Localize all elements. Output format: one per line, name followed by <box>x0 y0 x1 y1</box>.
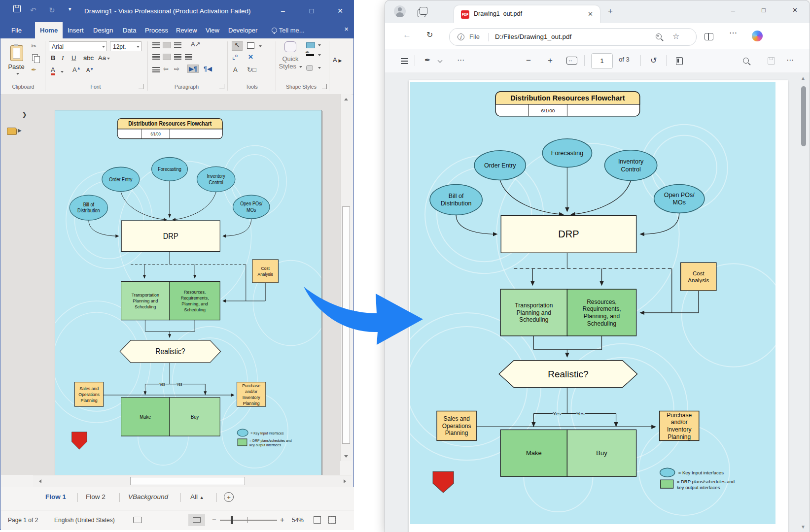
table-of-contents-icon[interactable] <box>401 58 408 64</box>
pdf-scrollbar[interactable]: ▲ ▼ <box>799 73 809 532</box>
format-painter-icon[interactable]: ✒ <box>31 66 36 73</box>
zoom-out-page-icon[interactable] <box>656 33 662 39</box>
save-icon[interactable] <box>768 57 775 65</box>
insert-page-icon[interactable]: + <box>224 492 234 502</box>
pdf-viewer[interactable]: Distribution Resources Flowchart6/1/00Or… <box>385 72 810 532</box>
redo-icon[interactable]: ↻ <box>49 6 55 15</box>
tab-data[interactable]: Data <box>118 22 141 38</box>
flowchart-pdf[interactable]: Distribution Resources Flowchart6/1/00Or… <box>410 82 775 524</box>
shapes-window-icon[interactable] <box>7 128 17 135</box>
chevron-down-icon[interactable] <box>318 44 321 46</box>
pdf-scroll-thumb[interactable] <box>801 86 806 146</box>
page-number-input[interactable]: 1 <box>591 53 613 69</box>
scroll-up-icon[interactable] <box>341 94 352 104</box>
annotation-more-icon[interactable]: ⋯ <box>457 56 465 65</box>
scroll-right-icon[interactable] <box>340 476 350 486</box>
flowchart-visio[interactable]: Distribution Resources Flowchart6/1/00Or… <box>55 110 321 475</box>
tab-view[interactable]: View <box>201 22 224 38</box>
rtl-direction-icon[interactable]: ¶◀ <box>204 65 212 72</box>
zoom-out-icon[interactable]: − <box>212 515 216 524</box>
font-color-button[interactable]: A <box>51 66 55 75</box>
zoom-slider-thumb[interactable] <box>231 516 233 524</box>
change-case-button[interactable]: Aa <box>98 54 110 62</box>
browser-tab-active[interactable]: PDF Drawing1_out.pdf ✕ <box>454 5 600 23</box>
italic-button[interactable]: I <box>62 54 64 62</box>
page-tab-flow2[interactable]: Flow 2 <box>86 493 106 500</box>
shapes-flyout-icon[interactable]: ▶ <box>18 128 22 133</box>
fit-page-icon[interactable] <box>314 516 321 524</box>
rectangle-tool-icon[interactable] <box>247 42 254 49</box>
page-tab-vbackground[interactable]: VBackground <box>128 493 168 500</box>
shape-effects-icon[interactable] <box>306 65 313 71</box>
page-tab-flow1[interactable]: Flow 1 <box>45 493 66 500</box>
align-center-icon[interactable] <box>163 54 171 60</box>
align-bottom-icon[interactable] <box>174 42 181 48</box>
increase-indent-icon[interactable]: ⇨ <box>174 65 179 72</box>
save-icon[interactable] <box>13 5 21 14</box>
rotate-tool-icon[interactable]: ↻□ <box>247 66 256 73</box>
paste-button[interactable]: Paste <box>3 40 29 82</box>
align-middle-icon[interactable] <box>163 42 171 48</box>
chevron-down-icon[interactable] <box>318 54 321 56</box>
font-size-combo[interactable]: 12pt. <box>110 41 141 51</box>
zoom-in-icon[interactable]: + <box>548 56 553 66</box>
align-top-icon[interactable] <box>152 42 160 48</box>
scroll-down-icon[interactable]: ▼ <box>801 524 806 530</box>
draw-options-chevron-icon[interactable] <box>438 58 443 63</box>
back-icon[interactable]: ← <box>403 30 411 40</box>
ribbon-overflow-button[interactable]: A ▶ <box>333 56 342 64</box>
connector-tool-icon[interactable]: ⌞º <box>232 53 238 61</box>
status-page-indicator[interactable]: Page 1 of 2 <box>8 517 38 524</box>
text-rotate-icon[interactable]: A↗ <box>191 40 201 48</box>
zoom-level[interactable]: 54% <box>292 517 304 524</box>
chevron-down-icon[interactable] <box>61 71 64 73</box>
strikethrough-button[interactable]: abc <box>83 54 94 62</box>
new-tab-icon[interactable]: + <box>608 6 613 16</box>
tab-close-icon[interactable]: ✕ <box>588 10 593 18</box>
bullets-icon[interactable] <box>152 67 160 72</box>
tab-process[interactable]: Process <box>140 22 173 38</box>
page-tab-all[interactable]: All ▲ <box>190 493 204 500</box>
presentation-mode-button[interactable] <box>188 514 205 526</box>
scroll-left-icon[interactable] <box>35 476 45 486</box>
horizontal-scrollbar[interactable] <box>33 475 352 487</box>
ltr-direction-icon[interactable]: ▶¶ <box>188 65 198 72</box>
browser-menu-icon[interactable]: ⋯ <box>729 28 738 37</box>
close-button[interactable]: ✕ <box>792 6 798 14</box>
zoom-out-icon[interactable]: − <box>526 56 531 66</box>
underline-button[interactable]: U <box>71 54 76 62</box>
decrease-indent-icon[interactable]: ⇦ <box>163 65 169 72</box>
address-field[interactable]: i File D:/Files/Drawing1_out.pdf ☆ <box>449 28 697 46</box>
justify-icon[interactable] <box>185 54 192 60</box>
copy-icon[interactable] <box>32 54 38 61</box>
macro-recorder-icon[interactable] <box>133 517 142 523</box>
text-tool-button[interactable]: A <box>233 66 238 73</box>
favorite-star-icon[interactable]: ☆ <box>672 32 679 41</box>
zoom-slider-track[interactable] <box>220 520 277 521</box>
search-icon[interactable] <box>743 58 749 64</box>
copilot-icon[interactable] <box>752 31 763 41</box>
ribbon-close-icon[interactable]: ✕ <box>344 26 349 33</box>
chevron-down-icon[interactable] <box>318 67 321 69</box>
tell-me-box[interactable]: Tell me... <box>267 22 310 38</box>
tab-design[interactable]: Design <box>88 22 118 38</box>
vertical-scrollbar[interactable] <box>340 94 352 461</box>
fill-color-icon[interactable] <box>306 42 315 48</box>
align-left-icon[interactable] <box>152 54 160 60</box>
connection-point-icon[interactable]: ✕ <box>248 53 253 61</box>
fit-to-width-icon[interactable]: ↔ <box>566 57 577 65</box>
info-icon[interactable]: i <box>458 33 464 40</box>
cut-icon[interactable]: ✂ <box>31 42 36 50</box>
font-name-combo[interactable]: Arial <box>49 41 107 51</box>
pdf-more-icon[interactable]: ⋯ <box>786 56 794 65</box>
tab-developer[interactable]: Developer <box>223 22 262 38</box>
bold-button[interactable]: B <box>51 54 55 62</box>
draw-pen-icon[interactable]: ✒ <box>424 56 431 65</box>
zoom-in-icon[interactable]: + <box>280 515 284 524</box>
maximize-button[interactable]: □ <box>762 6 766 14</box>
expand-shapes-panel-icon[interactable]: ❯ <box>22 111 27 118</box>
profile-avatar[interactable] <box>394 5 406 17</box>
visio-canvas[interactable]: ❯ ▶ Distribution Resources Flowchart6/1/… <box>1 94 340 475</box>
minimize-button[interactable]: – <box>276 4 290 17</box>
tab-review[interactable]: Review <box>171 22 202 38</box>
